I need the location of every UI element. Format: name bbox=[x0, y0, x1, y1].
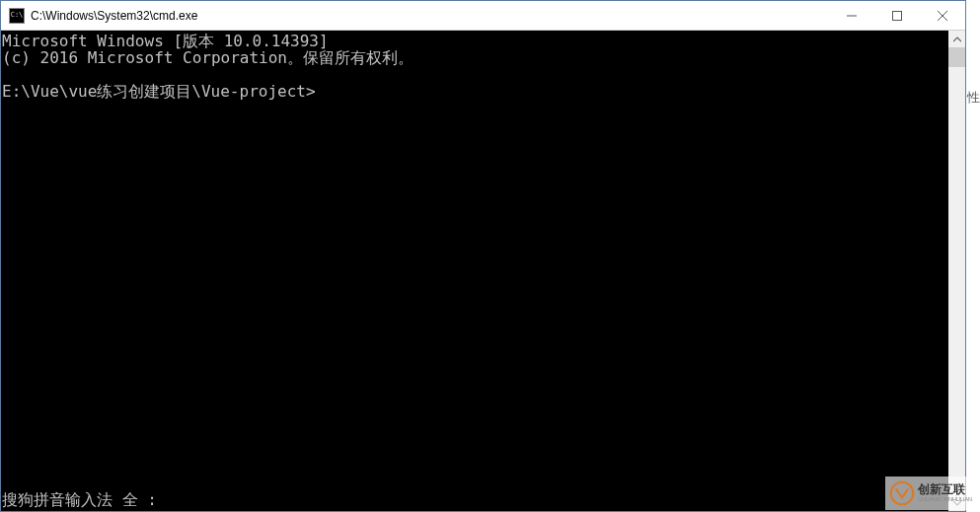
scroll-up-button[interactable] bbox=[948, 31, 965, 47]
chevron-up-icon bbox=[953, 36, 961, 43]
scrollbar-thumb[interactable] bbox=[948, 47, 965, 67]
maximize-button[interactable] bbox=[874, 1, 920, 30]
app-icon: C:\ bbox=[9, 8, 25, 24]
watermark-logo-icon bbox=[889, 480, 915, 506]
console-output[interactable]: Microsoft Windows [版本 10.0.14393] (c) 20… bbox=[1, 31, 948, 511]
watermark-main: 创新互联 bbox=[918, 483, 972, 496]
page-fragment-text: 性 bbox=[967, 89, 980, 107]
watermark-sub: CHUANG XINHULIAN bbox=[918, 496, 972, 503]
vertical-scrollbar[interactable] bbox=[948, 31, 965, 511]
console-prompt: E:\Vue\vue练习创建项目\Vue-project> bbox=[2, 82, 316, 101]
scrollbar-track[interactable] bbox=[948, 47, 965, 494]
svg-point-4 bbox=[891, 482, 914, 505]
window-controls bbox=[829, 1, 965, 30]
app-icon-text: C:\ bbox=[11, 12, 24, 19]
close-icon bbox=[938, 11, 947, 21]
svg-rect-1 bbox=[893, 11, 902, 20]
ime-status: 搜狗拼音输入法 全 : bbox=[2, 491, 157, 508]
console-area: Microsoft Windows [版本 10.0.14393] (c) 20… bbox=[1, 31, 965, 511]
minimize-button[interactable] bbox=[829, 1, 874, 30]
close-button[interactable] bbox=[920, 1, 965, 30]
window-title: C:\Windows\System32\cmd.exe bbox=[31, 9, 829, 23]
cmd-window: C:\ C:\Windows\System32\cmd.exe Microsof… bbox=[0, 0, 966, 512]
titlebar[interactable]: C:\ C:\Windows\System32\cmd.exe bbox=[1, 1, 965, 31]
watermark-text: 创新互联 CHUANG XINHULIAN bbox=[918, 483, 972, 503]
console-line: (c) 2016 Microsoft Corporation。保留所有权利。 bbox=[2, 48, 414, 67]
watermark: 创新互联 CHUANG XINHULIAN bbox=[885, 476, 978, 510]
maximize-icon bbox=[892, 11, 902, 21]
minimize-icon bbox=[847, 11, 857, 21]
